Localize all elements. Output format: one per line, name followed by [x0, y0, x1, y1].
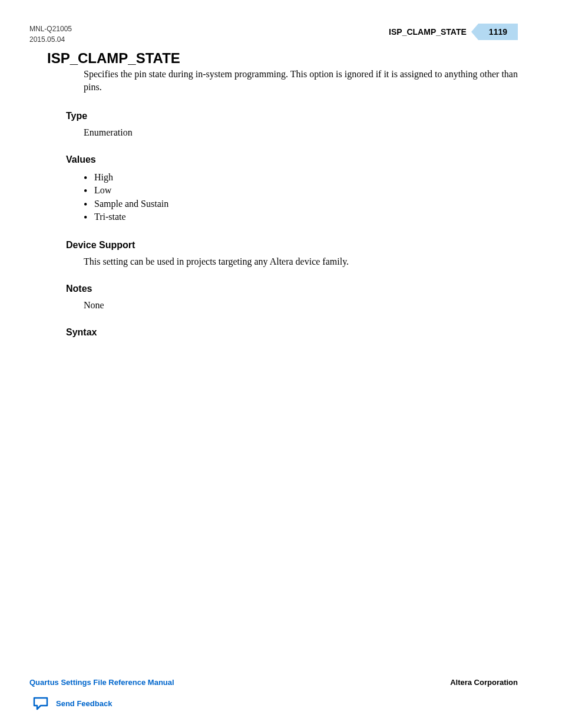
header-right: ISP_CLAMP_STATE 1119: [389, 24, 518, 40]
list-item: Tri-state: [84, 210, 518, 223]
main-heading: ISP_CLAMP_STATE: [47, 50, 180, 67]
values-list: High Low Sample and Sustain Tri-state: [84, 171, 518, 224]
list-item: High: [84, 171, 518, 184]
page-footer: Quartus Settings File Reference Manual A…: [29, 678, 518, 687]
send-feedback-link[interactable]: Send Feedback: [32, 696, 112, 710]
device-support-body: This setting can be used in projects tar…: [84, 256, 518, 267]
notes-heading: Notes: [66, 284, 518, 294]
type-heading: Type: [66, 111, 518, 121]
page-number-badge: 1119: [478, 24, 518, 40]
values-heading: Values: [66, 154, 518, 165]
list-item: Low: [84, 184, 518, 197]
footer-manual-title[interactable]: Quartus Settings File Reference Manual: [29, 678, 174, 687]
footer-company: Altera Corporation: [450, 678, 518, 687]
comment-icon: [32, 696, 49, 710]
list-item: Sample and Sustain: [84, 197, 518, 210]
syntax-heading: Syntax: [66, 327, 518, 338]
notes-body: None: [84, 300, 518, 311]
device-support-heading: Device Support: [66, 240, 518, 251]
header-section-title: ISP_CLAMP_STATE: [389, 27, 478, 37]
intro-text: Specifies the pin state during in-system…: [84, 68, 518, 94]
feedback-label: Send Feedback: [56, 699, 112, 708]
doc-id: MNL-Q21005: [29, 24, 72, 34]
type-body: Enumeration: [84, 127, 518, 138]
content-area: Specifies the pin state during in-system…: [84, 68, 518, 344]
page-header: MNL-Q21005 2015.05.04 ISP_CLAMP_STATE 11…: [29, 24, 518, 45]
header-left: MNL-Q21005 2015.05.04: [29, 24, 72, 45]
doc-date: 2015.05.04: [29, 34, 72, 45]
